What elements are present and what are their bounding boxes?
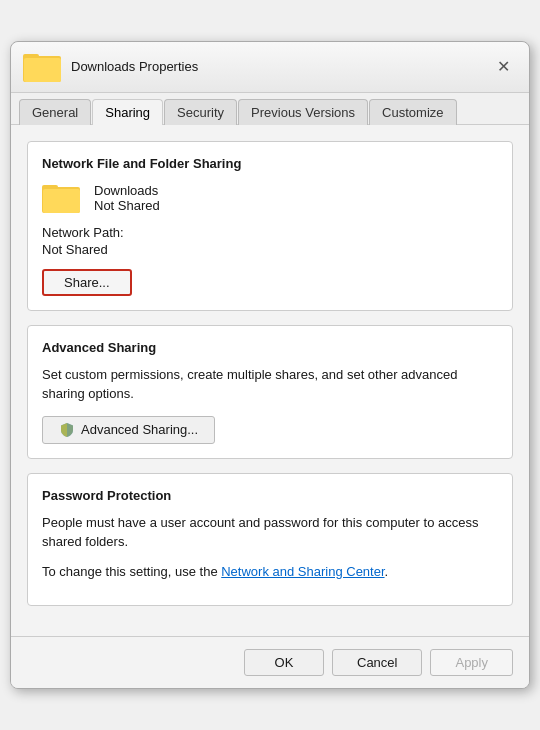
- title-folder-icon: [23, 50, 63, 84]
- cancel-button[interactable]: Cancel: [332, 649, 422, 676]
- svg-rect-2: [24, 58, 61, 82]
- password-description: People must have a user account and pass…: [42, 513, 498, 552]
- svg-rect-5: [43, 189, 80, 213]
- title-bar: Downloads Properties ✕: [11, 42, 529, 93]
- tab-bar: General Sharing Security Previous Versio…: [11, 93, 529, 125]
- folder-share-status: Not Shared: [94, 198, 160, 213]
- advanced-sharing-title: Advanced Sharing: [42, 340, 498, 355]
- tab-previous-versions[interactable]: Previous Versions: [238, 99, 368, 125]
- network-path-value: Not Shared: [42, 242, 498, 257]
- folder-name: Downloads: [94, 183, 160, 198]
- shield-icon: [59, 422, 75, 438]
- tab-security[interactable]: Security: [164, 99, 237, 125]
- password-protection-section: Password Protection People must have a u…: [27, 473, 513, 607]
- apply-button[interactable]: Apply: [430, 649, 513, 676]
- network-sharing-section: Network File and Folder Sharing Download…: [27, 141, 513, 311]
- tab-sharing[interactable]: Sharing: [92, 99, 163, 125]
- dialog-window: Downloads Properties ✕ General Sharing S…: [10, 41, 530, 690]
- password-link-text: To change this setting, use the Network …: [42, 562, 498, 582]
- tab-general[interactable]: General: [19, 99, 91, 125]
- advanced-sharing-button-label: Advanced Sharing...: [81, 422, 198, 437]
- network-sharing-center-link[interactable]: Network and Sharing Center: [221, 564, 384, 579]
- tab-content: Network File and Folder Sharing Download…: [11, 125, 529, 637]
- dialog-title: Downloads Properties: [71, 59, 198, 74]
- advanced-sharing-button[interactable]: Advanced Sharing...: [42, 416, 215, 444]
- advanced-sharing-section: Advanced Sharing Set custom permissions,…: [27, 325, 513, 459]
- share-button[interactable]: Share...: [42, 269, 132, 296]
- ok-button[interactable]: OK: [244, 649, 324, 676]
- folder-info: Downloads Not Shared: [94, 183, 160, 213]
- title-bar-left: Downloads Properties: [23, 50, 198, 84]
- network-path-label: Network Path:: [42, 225, 498, 240]
- password-protection-title: Password Protection: [42, 488, 498, 503]
- close-button[interactable]: ✕: [489, 53, 517, 81]
- tab-customize[interactable]: Customize: [369, 99, 456, 125]
- folder-row: Downloads Not Shared: [42, 181, 498, 215]
- network-sharing-title: Network File and Folder Sharing: [42, 156, 498, 171]
- dialog-footer: OK Cancel Apply: [11, 636, 529, 688]
- downloads-folder-icon: [42, 181, 82, 215]
- advanced-sharing-description: Set custom permissions, create multiple …: [42, 365, 498, 404]
